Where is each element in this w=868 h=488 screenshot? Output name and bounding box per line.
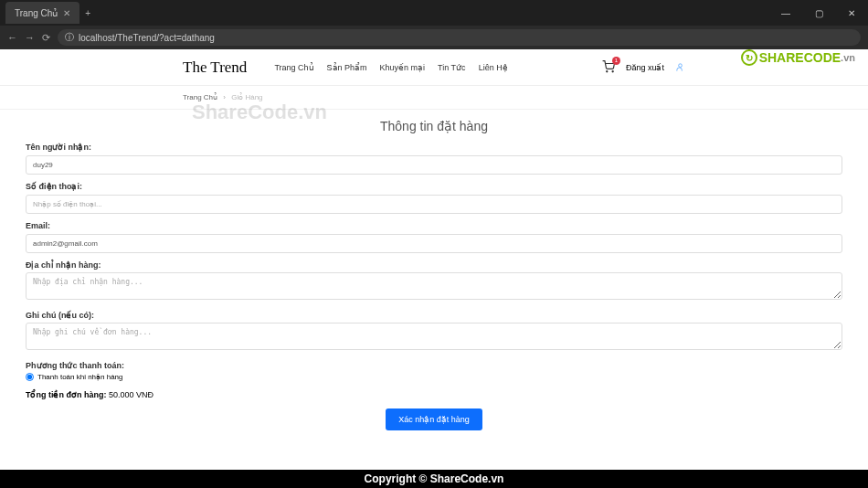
- email-label: Email:: [26, 221, 842, 230]
- nav-news[interactable]: Tin Tức: [438, 63, 466, 72]
- url-text: localhost/TheTrend/?act=dathang: [79, 33, 215, 43]
- close-icon[interactable]: ✕: [63, 8, 70, 18]
- page-footer: Copyright © ShareCode.vn: [0, 470, 868, 488]
- cart-count-badge: 1: [612, 57, 620, 65]
- payment-method-label: Phương thức thanh toán:: [26, 361, 842, 370]
- cod-radio[interactable]: [26, 373, 34, 381]
- chevron-right-icon: ›: [223, 93, 226, 101]
- info-icon: ⓘ: [65, 31, 74, 44]
- note-input[interactable]: [26, 323, 842, 350]
- breadcrumb: Trang Chủ › Giỏ Hàng: [0, 86, 868, 110]
- address-input[interactable]: [26, 272, 842, 300]
- form-title: Thông tin đặt hàng: [26, 119, 842, 133]
- minimize-button[interactable]: —: [769, 0, 802, 26]
- note-label: Ghi chú (nếu có):: [26, 311, 842, 320]
- window-controls: — ▢ ✕: [769, 0, 868, 26]
- nav-home[interactable]: Trang Chủ: [274, 63, 313, 72]
- browser-tab[interactable]: Trang Chủ ✕: [5, 2, 79, 24]
- svg-point-1: [612, 70, 613, 71]
- nav-products[interactable]: Sản Phẩm: [327, 63, 367, 72]
- phone-label: Số điện thoại:: [26, 182, 842, 191]
- svg-point-0: [607, 70, 608, 71]
- order-form: Thông tin đặt hàng Tên người nhận: Số đi…: [9, 110, 859, 440]
- recipient-label: Tên người nhận:: [26, 143, 842, 152]
- user-icon[interactable]: [675, 62, 685, 72]
- forward-button[interactable]: →: [25, 32, 35, 43]
- close-window-button[interactable]: ✕: [835, 0, 868, 26]
- cod-label: Thanh toán khi nhận hàng: [37, 373, 123, 381]
- address-label: Địa chỉ nhận hàng:: [26, 260, 842, 270]
- page-content: ↻ SHARECODE.vn The Trend Trang Chủ Sản P…: [0, 49, 868, 470]
- nav-contact[interactable]: Liên Hệ: [479, 63, 508, 72]
- reload-button[interactable]: ⟳: [42, 32, 50, 44]
- site-header: The Trend Trang Chủ Sản Phẩm Khuyến mại …: [0, 49, 868, 86]
- maximize-button[interactable]: ▢: [802, 0, 835, 26]
- svg-point-2: [679, 64, 683, 68]
- recipient-input[interactable]: [26, 155, 842, 175]
- total-value: 50.000 VNĐ: [109, 390, 153, 399]
- header-right: 1 Đăng xuất: [602, 60, 685, 75]
- breadcrumb-current: Giỏ Hàng: [231, 93, 262, 101]
- browser-toolbar: ← → ⟳ ⓘ localhost/TheTrend/?act=dathang: [0, 26, 868, 49]
- phone-input[interactable]: [26, 195, 842, 214]
- cart-button[interactable]: 1: [602, 60, 615, 75]
- back-button[interactable]: ←: [7, 32, 17, 43]
- globe-icon: ↻: [741, 49, 757, 66]
- sharecode-logo: ↻ SHARECODE.vn: [741, 49, 855, 66]
- main-nav: Trang Chủ Sản Phẩm Khuyến mại Tin Tức Li…: [274, 63, 507, 72]
- address-bar[interactable]: ⓘ localhost/TheTrend/?act=dathang: [58, 29, 861, 46]
- new-tab-button[interactable]: +: [85, 8, 90, 18]
- browser-titlebar: Trang Chủ ✕ + — ▢ ✕: [0, 0, 868, 26]
- confirm-order-button[interactable]: Xác nhận đặt hàng: [386, 408, 482, 430]
- tab-title: Trang Chủ: [15, 8, 58, 18]
- order-total: Tổng tiền đơn hàng: 50.000 VNĐ: [26, 390, 842, 399]
- logout-link[interactable]: Đăng xuất: [626, 63, 664, 72]
- email-input[interactable]: [26, 234, 842, 253]
- site-brand[interactable]: The Trend: [183, 58, 247, 77]
- breadcrumb-home[interactable]: Trang Chủ: [183, 93, 217, 101]
- nav-promo[interactable]: Khuyến mại: [380, 63, 426, 72]
